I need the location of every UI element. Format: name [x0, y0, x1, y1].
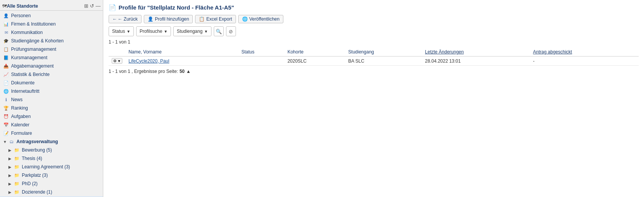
row-kohorte: 2020SLC	[285, 57, 345, 66]
publish-button[interactable]: 🌐 Veröffentlichen	[238, 15, 283, 23]
search-button[interactable]: 🔍	[214, 26, 224, 36]
row-action-cell: ⚙ ▼	[109, 57, 125, 66]
excel-icon: 📋	[199, 16, 205, 22]
sidebar-top-icon: 🗺	[2, 3, 7, 9]
search-icon: 🔍	[216, 29, 222, 34]
form-icon: 📝	[3, 130, 9, 136]
antrag-icon: 🗂	[8, 139, 15, 145]
sidebar-item-dokumente[interactable]: 📄 Dokumente	[0, 79, 103, 87]
sidebar-item-learning-agreement[interactable]: ▶ 📁 Learning Agreement (3)	[0, 163, 103, 171]
row-letzte-aenderungen: 28.04.2022 13:01	[422, 57, 530, 66]
expand-antrag-icon[interactable]: ▼	[3, 140, 8, 144]
col-actions	[109, 48, 125, 57]
sidebar-item-statistik[interactable]: 📈 Statistik & Berichte	[0, 70, 103, 79]
filter-row: Status ▼ Profilsuche ▼ Studiengang ▼ 🔍 ⊘	[109, 26, 639, 36]
folder-thesis-icon: 📁	[14, 155, 20, 161]
back-icon: ←	[112, 16, 117, 22]
expand-phd-icon[interactable]: ▶	[8, 182, 13, 186]
profilsuche-filter[interactable]: Profilsuche ▼	[136, 26, 171, 36]
sidebar-header: 🗺 Alle Standorte ⊞ ↺ —	[0, 2, 103, 11]
pagination: 1 - 1 von 1 , Ergebnisse pro Seite: 50 ▲	[109, 69, 639, 74]
excel-export-button[interactable]: 📋 Excel Export	[195, 15, 236, 23]
publish-icon: 🌐	[242, 16, 248, 22]
add-profile-button[interactable]: 👤 Profil hinzufügen	[144, 15, 193, 23]
profiles-table: Name, Vorname Status Kohorte Studiengang…	[109, 48, 639, 66]
sidebar-item-formulare[interactable]: 📝 Formulare	[0, 129, 103, 137]
grid-icon[interactable]: ⊞	[84, 3, 88, 9]
sidebar-item-parkplatz[interactable]: ▶ 📁 Parkplatz (3)	[0, 171, 103, 179]
trophy-icon: 🏆	[3, 105, 9, 111]
clock-icon: ⏰	[3, 113, 9, 119]
sidebar-item-thesis[interactable]: ▶ 📁 Thesis (4)	[0, 154, 103, 163]
sidebar-item-kommunikation[interactable]: ✉ Kommunikation	[0, 28, 103, 37]
mail-icon: ✉	[3, 29, 9, 36]
sidebar-item-news[interactable]: ℹ News	[0, 95, 103, 104]
sidebar-item-kursmanagement[interactable]: 📘 Kursmanagement	[0, 53, 103, 62]
person-add-icon: 👤	[148, 16, 153, 22]
back-button[interactable]: ← ← Zurück	[109, 15, 141, 23]
row-status	[238, 57, 284, 66]
book-icon: 📘	[3, 55, 9, 61]
globe-icon: 🌐	[3, 88, 9, 94]
info-icon: ℹ	[3, 97, 9, 103]
row-action-arrow: ▼	[117, 59, 121, 63]
calendar-icon: 📅	[3, 122, 9, 128]
pagination-up-icon[interactable]: ▲	[186, 69, 191, 74]
sidebar-item-abgabemanagement[interactable]: 📥 Abgabemanagement	[0, 62, 103, 70]
sidebar-item-studiengaenge[interactable]: 🎓 Studiengänge & Kohorten	[0, 37, 103, 45]
inbox-icon: 📥	[3, 63, 9, 69]
sidebar-item-bewerbung[interactable]: ▶ 📁 Bewerbung (5)	[0, 146, 103, 154]
result-count: 1 - 1 von 1	[109, 39, 639, 45]
sidebar-item-personen[interactable]: 👤 Personen	[0, 11, 103, 20]
col-studiengang: Studiengang	[345, 48, 422, 57]
clear-icon: ⊘	[229, 29, 233, 34]
col-antrag-abgeschickt[interactable]: Antrag abgeschickt	[530, 48, 639, 57]
sidebar-item-ranking[interactable]: 🏆 Ranking	[0, 104, 103, 112]
page-title-icon: 📄	[109, 4, 116, 11]
expand-la-icon[interactable]: ▶	[8, 165, 13, 169]
sidebar-item-phd[interactable]: ▶ 📁 PhD (2)	[0, 179, 103, 188]
table-row: ⚙ ▼ LifeCycle2020, Paul 2020SLC BA SLC 2…	[109, 57, 639, 66]
sidebar-top-label: Alle Standorte	[7, 3, 84, 9]
sidebar-item-kalender[interactable]: 📅 Kalender	[0, 121, 103, 129]
toolbar: ← ← Zurück 👤 Profil hinzufügen 📋 Excel E…	[109, 15, 639, 23]
sidebar-item-dozierende[interactable]: ▶ 📁 Dozierende (1)	[0, 188, 103, 196]
refresh-icon[interactable]: ↺	[90, 3, 94, 9]
expand-bewerbung-icon[interactable]: ▶	[8, 148, 13, 152]
page-title: 📄 Profile für "Stellplatz Nord - Fläche …	[109, 4, 639, 11]
col-status: Status	[238, 48, 284, 57]
gear-icon: ⚙	[113, 59, 117, 63]
person-icon: 👤	[3, 13, 9, 19]
folder-phd-icon: 📁	[14, 181, 20, 187]
row-action-button[interactable]: ⚙ ▼	[112, 58, 122, 64]
sidebar-item-aufgaben[interactable]: ⏰ Aufgaben	[0, 112, 103, 121]
sidebar-item-pruefungsmanagement[interactable]: 📋 Prüfungsmanagement	[0, 45, 103, 53]
folder-bewerbung-icon: 📁	[14, 147, 20, 153]
studiengang-filter[interactable]: Studiengang ▼	[173, 26, 211, 36]
folder-parkplatz-icon: 📁	[14, 172, 20, 178]
status-filter[interactable]: Status ▼	[109, 26, 134, 36]
col-letzte-aenderungen[interactable]: Letzte Änderungen	[422, 48, 530, 57]
expand-doz-icon[interactable]: ▶	[8, 190, 13, 194]
sidebar-item-firmen[interactable]: 📊 Firmen & Institutionen	[0, 20, 103, 28]
expand-parkplatz-icon[interactable]: ▶	[8, 173, 13, 178]
chart-icon: 📈	[3, 71, 9, 78]
grad-icon: 🎓	[3, 38, 9, 44]
sidebar: 🗺 Alle Standorte ⊞ ↺ — 👤 Personen 📊 Firm…	[0, 0, 103, 197]
col-name: Name, Vorname	[125, 48, 238, 57]
doc-icon: 📄	[3, 80, 9, 86]
sidebar-top-actions: ⊞ ↺ —	[84, 3, 101, 9]
expand-thesis-icon[interactable]: ▶	[8, 157, 13, 161]
sidebar-item-antragsverwaltung[interactable]: ▼ 🗂 Antragsverwaltung	[0, 137, 103, 146]
row-name: LifeCycle2020, Paul	[125, 57, 238, 66]
minus-icon[interactable]: —	[96, 3, 101, 9]
sidebar-item-internetauftritt[interactable]: 🌐 Internetauftritt	[0, 87, 103, 95]
col-kohorte: Kohorte	[285, 48, 345, 57]
status-filter-arrow: ▼	[127, 29, 130, 34]
row-studiengang: BA SLC	[345, 57, 422, 66]
studiengang-filter-arrow: ▼	[204, 29, 208, 34]
clipboard-icon: 📋	[3, 46, 9, 52]
main-content: 📄 Profile für "Stellplatz Nord - Fläche …	[103, 0, 644, 197]
clear-filter-button[interactable]: ⊘	[226, 26, 236, 36]
row-antrag-abgeschickt: -	[530, 57, 639, 66]
